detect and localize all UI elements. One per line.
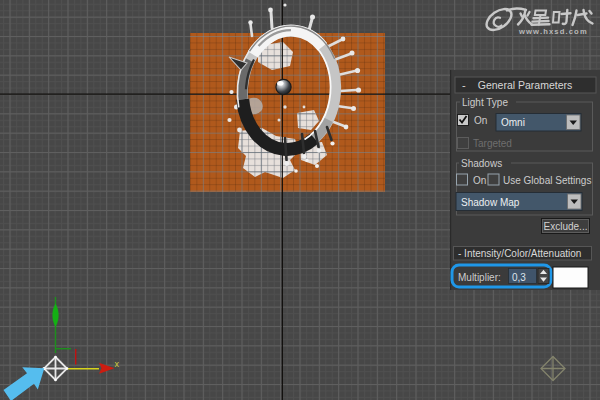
svg-text:www.hxsd.com: www.hxsd.com xyxy=(518,27,588,36)
svg-text:Exclude...: Exclude... xyxy=(544,221,588,232)
svg-text:-: - xyxy=(462,79,466,91)
svg-text:Shadows: Shadows xyxy=(461,158,502,169)
svg-text:Targeted: Targeted xyxy=(473,138,512,149)
svg-text:On: On xyxy=(473,175,486,186)
svg-text:Light Type: Light Type xyxy=(462,97,508,108)
svg-text:Multiplier:: Multiplier: xyxy=(458,272,501,283)
svg-text:Use Global Settings: Use Global Settings xyxy=(503,175,591,186)
svg-text:x: x xyxy=(115,359,120,369)
svg-text:On: On xyxy=(474,115,487,126)
svg-text:General Parameters: General Parameters xyxy=(478,79,573,91)
svg-text:Shadow Map: Shadow Map xyxy=(461,197,520,208)
svg-text:- Intensity/Color/Attenuation: - Intensity/Color/Attenuation xyxy=(458,248,581,259)
svg-text:0,3: 0,3 xyxy=(512,272,526,283)
svg-text:Omni: Omni xyxy=(501,117,525,128)
